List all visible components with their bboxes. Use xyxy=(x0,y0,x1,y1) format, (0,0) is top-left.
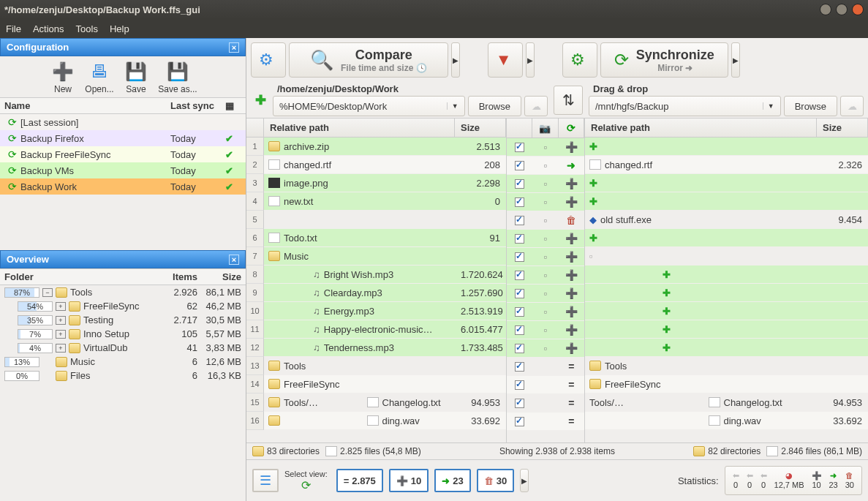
action-header[interactable]: ⟳ xyxy=(559,118,584,138)
menu-file[interactable]: File xyxy=(6,23,21,34)
overview-list[interactable]: 87%−Tools2.92686,1 MB54%+FreeFileSync624… xyxy=(0,285,246,439)
left-row[interactable]: 11♫ Happy-electronic-music…6.015.477 xyxy=(246,320,506,339)
config-close-icon[interactable]: × xyxy=(229,42,239,53)
middle-row[interactable]: = xyxy=(507,413,584,431)
middle-row[interactable]: ▫➜ xyxy=(507,157,584,175)
left-row[interactable]: 15Tools/… Changelog.txt94.953 xyxy=(246,393,506,412)
left-row[interactable]: 13 Tools xyxy=(246,357,506,375)
left-cloud-button[interactable]: ☁ xyxy=(524,96,548,116)
middle-row[interactable]: ▫➕ xyxy=(507,285,584,303)
right-row[interactable]: ✚ xyxy=(585,138,868,156)
right-row[interactable]: ✚ xyxy=(585,320,868,339)
right-row[interactable]: FreeFileSync xyxy=(585,375,868,393)
right-row[interactable]: ding.wav33.692 xyxy=(585,412,868,430)
middle-row[interactable]: = xyxy=(507,394,584,413)
right-row[interactable]: ◆ old stuff.exe9.454 xyxy=(585,211,868,229)
middle-grid[interactable]: 📷⟳ ▫➕▫➜▫➕▫➕▫🗑▫➕▫➕▫➕▫➕▫➕▫➕▫➕==== xyxy=(506,118,585,442)
middle-row[interactable]: ▫➕ xyxy=(507,321,584,339)
save-button[interactable]: 💾Save xyxy=(118,59,154,94)
config-row[interactable]: ⟳Backup FirefoxToday✔ xyxy=(0,130,246,146)
chevron-down-icon[interactable]: ▼ xyxy=(763,102,774,110)
open-button[interactable]: 🖶Open... xyxy=(82,59,117,94)
right-path-input[interactable]: /mnt/hgfs/Backup▼ xyxy=(589,96,781,116)
new-button[interactable]: ➕New xyxy=(45,59,80,94)
swap-button[interactable]: ⇅ xyxy=(554,86,583,115)
chevron-down-icon[interactable]: ▼ xyxy=(447,102,458,110)
left-row[interactable]: 9♫ Clearday.mp31.257.690 xyxy=(246,284,506,302)
filter-dropdown[interactable]: ▶ xyxy=(526,42,535,78)
window-minimize[interactable] xyxy=(820,4,831,15)
view-right-button[interactable]: ➜ 23 xyxy=(434,469,470,492)
middle-row[interactable]: ▫➕ xyxy=(507,266,584,285)
right-grid[interactable]: Relative pathSize ✚ changed.rtf2.326✚✚◆ … xyxy=(585,118,868,442)
compare-settings-button[interactable]: ⚙ xyxy=(251,42,286,78)
synchronize-button[interactable]: ⟳ Synchronize Mirror ➜ xyxy=(600,42,728,78)
view-trash-button[interactable]: 🗑 30 xyxy=(477,469,514,492)
overview-row[interactable]: 35%+Testing2.71730,5 MB xyxy=(0,313,246,327)
left-row[interactable]: 4 new.txt0 xyxy=(246,192,506,211)
col-detail-icon[interactable]: ▦ xyxy=(225,100,241,111)
view-equal-button[interactable]: = 2.875 xyxy=(336,469,383,492)
middle-row[interactable]: = xyxy=(507,376,584,394)
config-row[interactable]: ⟳[Last session] xyxy=(0,114,246,130)
left-row[interactable]: 5 xyxy=(246,211,506,229)
view-more[interactable]: ▶ xyxy=(520,469,529,492)
saveas-button[interactable]: 💾Save as... xyxy=(155,59,200,94)
left-row[interactable]: 8♫ Bright Wish.mp31.720.624 xyxy=(246,265,506,284)
overview-row[interactable]: 7%+Inno Setup1055,57 MB xyxy=(0,327,246,341)
window-close[interactable] xyxy=(852,4,864,15)
middle-row[interactable]: ▫➕ xyxy=(507,230,584,248)
left-row[interactable]: 7 Music xyxy=(246,247,506,265)
config-list[interactable]: ⟳[Last session]⟳Backup FirefoxToday✔⟳Bac… xyxy=(0,114,246,250)
overview-row[interactable]: 0%Files616,3 KB xyxy=(0,369,246,383)
middle-row[interactable]: ▫➕ xyxy=(507,339,584,358)
left-path-input[interactable]: %HOME%/Desktop/Work▼ xyxy=(273,96,465,116)
right-row[interactable]: ✚ xyxy=(585,302,868,320)
menu-tools[interactable]: Tools xyxy=(76,23,98,34)
right-row[interactable]: ✚ xyxy=(585,265,868,284)
window-maximize[interactable] xyxy=(836,4,848,15)
left-row[interactable]: 1 archive.zip2.513 xyxy=(246,138,506,156)
col-name[interactable]: Name xyxy=(4,100,170,111)
menu-actions[interactable]: Actions xyxy=(33,23,64,34)
right-row[interactable]: ✚ xyxy=(585,339,868,357)
sync-settings-button[interactable]: ⚙ xyxy=(562,42,597,78)
right-browse-button[interactable]: Browse xyxy=(784,96,837,116)
list-view-button[interactable]: ☰ xyxy=(252,469,279,492)
overview-row[interactable]: 4%+VirtualDub413,83 MB xyxy=(0,341,246,355)
overview-row[interactable]: 13%Music612,6 MB xyxy=(0,355,246,369)
config-row[interactable]: ⟳Backup VMsToday✔ xyxy=(0,162,246,178)
left-browse-button[interactable]: Browse xyxy=(468,96,521,116)
overview-row[interactable]: 87%−Tools2.92686,1 MB xyxy=(0,285,246,299)
left-row[interactable]: 2 changed.rtf208 xyxy=(246,156,506,174)
middle-row[interactable]: ▫➕ xyxy=(507,193,584,211)
left-row[interactable]: 3 image.png2.298 xyxy=(246,174,506,192)
left-row[interactable]: 14 FreeFileSync xyxy=(246,375,506,393)
sync-dropdown[interactable]: ▶ xyxy=(731,42,740,78)
right-row[interactable]: Tools/… Changelog.txt94.953 xyxy=(585,393,868,412)
left-row[interactable]: 6 Todo.txt91 xyxy=(246,229,506,247)
right-row[interactable]: ✚ xyxy=(585,192,868,211)
overview-row[interactable]: 54%+FreeFileSync6246,2 MB xyxy=(0,299,246,313)
right-row[interactable]: ▫ xyxy=(585,247,868,265)
left-row[interactable]: 12♫ Tenderness.mp31.733.485 xyxy=(246,339,506,357)
checkbox-header[interactable] xyxy=(507,118,532,138)
config-row[interactable]: ⟳Backup WorkToday✔ xyxy=(0,178,246,195)
right-row[interactable]: ✚ xyxy=(585,229,868,247)
left-row[interactable]: 16 ding.wav33.692 xyxy=(246,412,506,430)
add-pair-button[interactable]: ✚ xyxy=(251,91,270,110)
view-add-button[interactable]: ➕ 10 xyxy=(389,469,429,492)
config-row[interactable]: ⟳Backup FreeFileSyncToday✔ xyxy=(0,146,246,162)
left-grid[interactable]: Relative pathSize 1 archive.zip2.5132 ch… xyxy=(246,118,506,442)
right-row[interactable]: ✚ xyxy=(585,284,868,302)
middle-row[interactable]: ▫➕ xyxy=(507,248,584,266)
middle-row[interactable]: ▫➕ xyxy=(507,138,584,157)
overview-close-icon[interactable]: × xyxy=(229,255,239,265)
filter-button[interactable]: ▼ xyxy=(488,42,523,78)
right-row[interactable]: ✚ xyxy=(585,174,868,192)
right-row[interactable]: Tools xyxy=(585,357,868,375)
menu-help[interactable]: Help xyxy=(110,23,129,34)
middle-row[interactable]: ▫➕ xyxy=(507,175,584,193)
col-lastsync[interactable]: Last sync xyxy=(170,100,225,111)
right-cloud-button[interactable]: ☁ xyxy=(840,96,864,116)
